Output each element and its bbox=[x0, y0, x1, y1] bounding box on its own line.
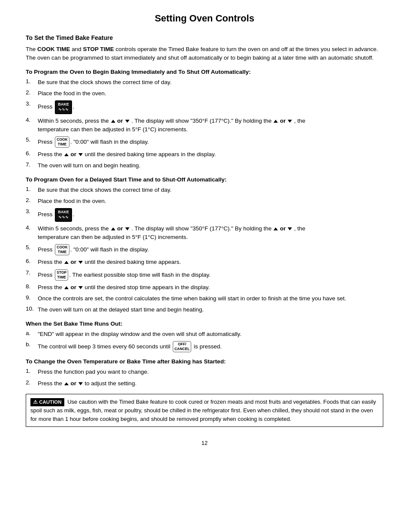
step2-6: 6. Press the or until the desired baking… bbox=[26, 258, 383, 266]
off-cancel-button-icon: OFF/CANCEL bbox=[173, 341, 191, 352]
caution-box: CAUTION Use caution with the Timed Bake … bbox=[26, 394, 383, 427]
intro-paragraph: The COOK TIME and STOP TIME controls ope… bbox=[26, 45, 383, 63]
step2-4: 4. Within 5 seconds, press the or . The … bbox=[26, 224, 383, 242]
step4-1: 1. Press the function pad you want to ch… bbox=[26, 368, 383, 376]
bake-button-icon: BAKE∿∿∿ bbox=[55, 100, 72, 114]
caution-label: CAUTION bbox=[30, 398, 64, 406]
step1-3: 3. Press BAKE∿∿∿. bbox=[26, 100, 383, 114]
step2-7: 7. Press STOPTIME. The earliest possible… bbox=[26, 269, 383, 281]
step1-1: 1. Be sure that the clock shows the corr… bbox=[26, 78, 383, 87]
section4-title: To Change the Oven Temperature or Bake T… bbox=[26, 357, 383, 366]
step2-1: 1. Be sure that the clock shows the corr… bbox=[26, 186, 383, 194]
caution-text: Use caution with the Timed Bake feature … bbox=[30, 399, 376, 422]
arrow-up-icon8 bbox=[64, 382, 69, 385]
arrow-down-icon3 bbox=[78, 153, 83, 156]
main-section: To Set the Timed Bake Feature The COOK T… bbox=[26, 33, 383, 63]
step2-5: 5. Press COOKTIME. "0:00" will flash in … bbox=[26, 244, 383, 255]
step1-4: 4. Within 5 seconds, press the or . The … bbox=[26, 117, 383, 134]
section4-block: To Change the Oven Temperature or Bake T… bbox=[26, 357, 383, 388]
arrow-up-icon6 bbox=[64, 261, 69, 264]
stop-time-button-icon: STOPTIME bbox=[55, 269, 68, 281]
step1-5: 5. Press COOKTIME. "0:00" will flash in … bbox=[26, 136, 383, 148]
arrow-down-icon6 bbox=[78, 261, 83, 264]
arrow-down-icon4 bbox=[125, 227, 129, 230]
step1-7: 7. The oven will turn on and begin heati… bbox=[26, 161, 383, 170]
page-number: 12 bbox=[26, 440, 383, 446]
step2-10: 10. The oven will turn on at the delayed… bbox=[26, 305, 383, 314]
arrow-down-icon8 bbox=[78, 382, 83, 385]
arrow-up-icon7 bbox=[64, 286, 69, 289]
arrow-down-icon5 bbox=[288, 227, 292, 230]
step2-3: 3. Press BAKE∿∿∿. bbox=[26, 208, 383, 221]
section3-title: When the Set Bake Time Runs Out: bbox=[26, 320, 383, 328]
arrow-down-icon7 bbox=[78, 286, 83, 289]
step2-9: 9. Once the controls are set, the contro… bbox=[26, 294, 383, 303]
section2-title: To Program Oven for a Delayed Start Time… bbox=[26, 175, 383, 184]
arrow-up-icon5 bbox=[274, 227, 278, 230]
section3-item-a: a. "END" will appear in the display wind… bbox=[26, 330, 383, 339]
cook-time-button-icon: COOKTIME bbox=[55, 136, 69, 148]
section1-title: To Program the Oven to Begin Baking Imme… bbox=[26, 68, 383, 76]
step1-2: 2. Place the food in the oven. bbox=[26, 89, 383, 98]
step1-6: 6. Press the or until the desired baking… bbox=[26, 150, 383, 159]
arrow-up-icon2 bbox=[274, 120, 278, 123]
section3-block: When the Set Bake Time Runs Out: a. "END… bbox=[26, 320, 383, 353]
section1-block: To Program the Oven to Begin Baking Imme… bbox=[26, 68, 383, 170]
arrow-down-icon bbox=[125, 120, 129, 123]
cook-time-button-icon2: COOKTIME bbox=[55, 244, 69, 255]
bake-button-icon2: BAKE∿∿∿ bbox=[55, 208, 72, 221]
arrow-up-icon4 bbox=[111, 227, 115, 230]
main-section-title: To Set the Timed Bake Feature bbox=[26, 33, 383, 42]
step2-8: 8. Press the or until the desired stop t… bbox=[26, 283, 383, 292]
arrow-down-icon2 bbox=[288, 120, 292, 123]
section2-block: To Program Oven for a Delayed Start Time… bbox=[26, 175, 383, 314]
step4-2: 2. Press the or to adjust the setting. bbox=[26, 379, 383, 388]
page-title: Setting Oven Controls bbox=[26, 13, 383, 24]
section3-item-b: b. The control will beep 3 times every 6… bbox=[26, 341, 383, 352]
step2-2: 2. Place the food in the oven. bbox=[26, 197, 383, 206]
arrow-up-icon3 bbox=[64, 153, 69, 156]
arrow-up-icon bbox=[111, 120, 115, 123]
